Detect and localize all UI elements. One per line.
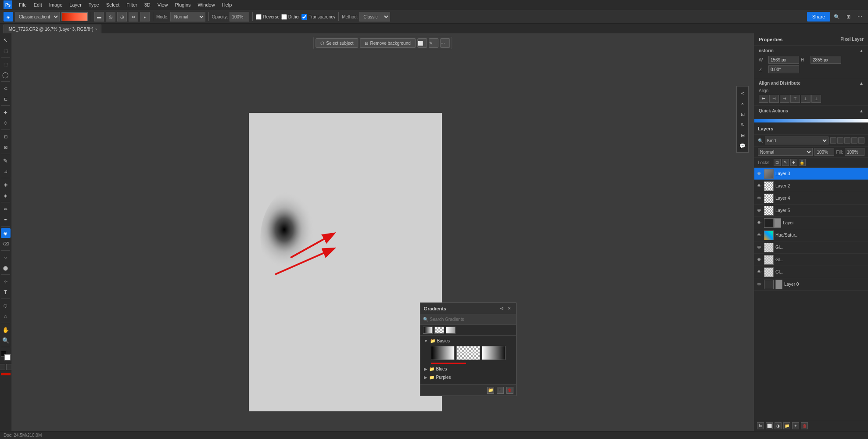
menu-view[interactable]: View [154, 1, 171, 8]
menu-type[interactable]: Type [86, 1, 102, 8]
gradient-linear-btn[interactable]: ▬ [94, 12, 104, 22]
gradient-checker-swatch[interactable] [456, 346, 480, 360]
mask-btn[interactable]: ⬜ [417, 38, 427, 48]
align-center-v-btn[interactable]: ⊥ [801, 95, 811, 103]
tool-marquee-ellipse[interactable]: ◯ [1, 70, 11, 79]
tool-heal[interactable]: ✚ [1, 180, 11, 190]
height-input[interactable] [811, 56, 841, 64]
arrange-icon-btn[interactable]: ⊞ [843, 12, 853, 22]
filter-shape-btn[interactable] [851, 137, 857, 144]
opacity-input[interactable] [230, 12, 249, 22]
gradient-radial-btn[interactable]: ◎ [106, 12, 115, 22]
layer-4-eye[interactable]: 👁 [756, 195, 762, 202]
filter-pixel-btn[interactable] [830, 137, 836, 144]
tool-zoom[interactable]: 🔍 [1, 335, 11, 345]
menu-help[interactable]: Help [219, 1, 235, 8]
layer-fill-input[interactable] [845, 148, 864, 156]
layer-opacity-input[interactable] [814, 148, 834, 156]
lock-move-btn[interactable]: ✚ [790, 159, 797, 166]
new-folder-btn[interactable]: 📁 [487, 387, 494, 394]
layer-gl2-eye[interactable]: 👁 [756, 257, 762, 263]
tool-burn[interactable]: ⬤ [1, 263, 11, 273]
layer-item-hue[interactable]: 👁 Hue/Satur... [754, 229, 868, 241]
tool-polygon-lasso[interactable]: ⊏ [1, 94, 11, 104]
width-input[interactable] [768, 56, 799, 64]
quick-actions-title[interactable]: Quick Actions ▲ [759, 108, 864, 113]
menu-layer[interactable]: Layer [66, 1, 85, 8]
mini-tool-2[interactable]: ↻ [738, 120, 747, 130]
layer-item-3[interactable]: 👁 Layer 3 [754, 168, 868, 180]
mini-expand-btn[interactable]: ⊲ [738, 88, 747, 98]
tool-lasso[interactable]: ⊂ [1, 83, 11, 93]
layer-item-gl1[interactable]: 👁 Gl... [754, 241, 868, 254]
tool-measure[interactable]: ⊿ [1, 166, 11, 176]
adj-layer-btn[interactable]: ◑ [775, 422, 782, 429]
transform-section-title[interactable]: nsform ▲ [759, 48, 864, 53]
dither-checkbox[interactable] [281, 14, 287, 20]
menu-plugins[interactable]: Plugins [172, 1, 194, 8]
reverse-checkbox-label[interactable]: Reverse [256, 14, 279, 20]
filter-type-btn[interactable] [844, 137, 850, 144]
tool-dodge[interactable]: ○ [1, 252, 11, 262]
remove-background-btn[interactable]: ⊟ Remove background [360, 38, 415, 48]
lock-paint-btn[interactable]: ✎ [782, 159, 789, 166]
layer-item-5[interactable]: 👁 Layer 5 [754, 205, 868, 217]
reverse-checkbox[interactable] [256, 14, 262, 20]
add-mask-btn[interactable]: ⬜ [766, 422, 773, 429]
menu-edit[interactable]: Edit [31, 1, 45, 8]
gradient-type-select[interactable]: Classic gradient [15, 12, 60, 22]
tool-clone[interactable]: ◈ [1, 191, 11, 200]
tool-eyedropper[interactable]: ✎ [1, 156, 11, 166]
lock-all-btn[interactable]: 🔒 [799, 159, 806, 166]
layer-gl1-eye[interactable]: 👁 [756, 245, 762, 251]
tool-shape[interactable]: ⬡ [1, 301, 11, 310]
doc-tab-close[interactable]: × [95, 27, 97, 32]
layer-item-4[interactable]: 👁 Layer 4 [754, 192, 868, 205]
lock-transparent-btn[interactable]: ⊡ [774, 159, 781, 166]
new-layer-btn[interactable]: + [792, 422, 799, 429]
tool-artboard[interactable]: ⬚ [1, 46, 11, 55]
panel-expand-btn[interactable]: ⊲ [499, 306, 505, 312]
panel-close-btn[interactable]: × [506, 306, 513, 312]
transparency-checkbox[interactable] [301, 14, 307, 20]
delete-gradient-btn[interactable]: 🗑 [506, 387, 513, 394]
transparency-checkbox-label[interactable]: Transparency [301, 14, 335, 20]
delete-layer-btn[interactable]: 🗑 [801, 422, 808, 429]
filter-toggle-btn[interactable] [858, 137, 864, 144]
new-gradient-btn[interactable]: + [497, 387, 504, 394]
dither-checkbox-label[interactable]: Dither [281, 14, 300, 20]
layers-more-btn[interactable]: ⋯ [860, 126, 864, 131]
search-icon-btn[interactable]: 🔍 [832, 12, 842, 22]
tool-brush[interactable]: ✏ [1, 204, 11, 214]
mini-close-btn[interactable]: × [738, 99, 747, 108]
more-icon-btn[interactable]: ⋯ [855, 12, 864, 22]
blend-mode-select[interactable]: Normal [170, 12, 205, 22]
paint-btn[interactable]: ✎ [429, 38, 438, 48]
new-fill-layer-btn[interactable]: fx [757, 422, 764, 429]
tool-gradient[interactable]: ◉ [1, 228, 11, 238]
mini-tool-3[interactable]: ⊟ [738, 130, 747, 140]
layers-kind-select[interactable]: Kind [765, 137, 829, 144]
quick-mask-btn[interactable] [0, 364, 5, 370]
menu-window[interactable]: Window [195, 1, 218, 8]
share-button[interactable]: Share [807, 12, 830, 22]
tool-quick-select[interactable]: ✧ [1, 118, 11, 128]
preset-bw[interactable] [423, 327, 433, 334]
layer-gl3-eye[interactable]: 👁 [756, 269, 762, 275]
tool-move[interactable]: ↖ [1, 35, 11, 45]
mini-tool-4[interactable]: 💬 [738, 141, 747, 151]
layer-blend-select[interactable]: Normal [758, 148, 813, 156]
section-blues-header[interactable]: ▶ 📁 Blues [422, 366, 514, 372]
tool-type[interactable]: T [1, 287, 11, 297]
align-right-btn[interactable]: ⊣ [780, 95, 789, 103]
tool-slice[interactable]: ⊠ [1, 142, 11, 152]
layer-item-0[interactable]: 👁 Layer 0 [754, 278, 868, 291]
angle-input[interactable] [768, 65, 799, 73]
gradient-preview[interactable] [61, 12, 88, 21]
layer-5-eye[interactable]: 👁 [756, 208, 762, 214]
layer-2-eye[interactable]: 👁 [756, 183, 762, 189]
preset-checker[interactable] [434, 327, 444, 334]
color-swatches[interactable] [1, 351, 11, 360]
new-group-btn[interactable]: 📁 [783, 422, 790, 429]
align-section-title[interactable]: Align and Distribute ▲ [759, 81, 864, 86]
